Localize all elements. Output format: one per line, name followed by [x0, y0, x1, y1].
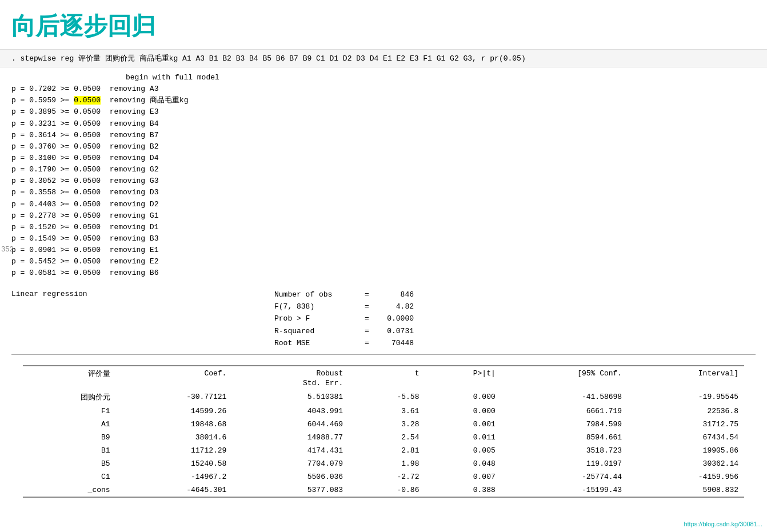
removing-line: p = 0.3895 >= 0.0500 removing E3 — [11, 106, 756, 118]
removing-line: p = 0.3231 >= 0.0500 removing B4 — [11, 118, 756, 130]
row-variable: B5 — [23, 457, 116, 470]
row-variable: 团购价元 — [23, 390, 116, 405]
stats-row: F(7, 838)=4.82 — [274, 301, 414, 313]
removing-line: p = 0.3614 >= 0.0500 removing B7 — [11, 130, 756, 141]
table-row: A119848.686044.4693.280.0017984.59931712… — [23, 418, 744, 431]
stats-value: 0.0731 — [379, 325, 414, 337]
table-row: 团购价元-30.771215.510381-5.580.000-41.58698… — [23, 390, 744, 405]
sidebar-number: 352 — [1, 246, 14, 254]
removing-line: p = 0.1790 >= 0.0500 removing G2 — [11, 164, 756, 175]
table-row: _cons-4645.3015377.083-0.860.388-15199.4… — [23, 483, 744, 497]
stats-value: 70448 — [379, 337, 414, 349]
stats-value: 4.82 — [379, 301, 414, 313]
stats-row: Root MSE=70448 — [274, 337, 414, 349]
removing-line: p = 0.1520 >= 0.0500 removing D1 — [11, 222, 756, 233]
stats-label: Prob > F — [274, 313, 354, 325]
stats-label: Root MSE — [274, 337, 354, 349]
stats-value: 0.0000 — [379, 313, 414, 325]
table-row: B111712.294174.4312.810.0053518.72319905… — [23, 444, 744, 457]
removing-line: p = 0.3100 >= 0.0500 removing D4 — [11, 153, 756, 164]
stats-label: Number of obs — [274, 289, 354, 301]
row-variable: C1 — [23, 470, 116, 483]
model-type: Linear regression — [11, 289, 194, 300]
table-row: F114599.264043.9913.610.0006661.71922536… — [23, 405, 744, 418]
removing-line: p = 0.7202 >= 0.0500 removing A3 — [11, 83, 756, 95]
stats-row: Prob > F=0.0000 — [274, 313, 414, 325]
table-row: B515240.587704.0791.980.048119.019730362… — [23, 457, 744, 470]
removing-line: p = 0.5959 >= 0.0500 removing 商品毛重kg — [11, 95, 756, 106]
removing-line: p = 0.3760 >= 0.0500 removing B2 — [11, 141, 756, 153]
row-variable: B1 — [23, 444, 116, 457]
removing-line: p = 0.0901 >= 0.0500 removing E1 — [11, 245, 756, 256]
stats-value: 846 — [379, 289, 414, 301]
removing-line: p = 0.1549 >= 0.0500 removing B3 — [11, 233, 756, 245]
url-watermark: https://blog.csdn.kg/30081... — [684, 521, 762, 527]
removing-line: p = 0.2778 >= 0.0500 removing G1 — [11, 210, 756, 222]
removing-line: p = 0.5452 >= 0.0500 removing E2 — [11, 256, 756, 267]
begin-line: begin with full model — [11, 72, 756, 83]
stats-label: R-squared — [274, 325, 354, 337]
row-variable: _cons — [23, 483, 116, 497]
page-title: 向后逐步回归 — [0, 0, 767, 49]
removing-line: p = 0.3052 >= 0.0500 removing G3 — [11, 175, 756, 187]
row-variable: A1 — [23, 418, 116, 431]
stats-row: Number of obs=846 — [274, 289, 414, 301]
removing-line: p = 0.4403 >= 0.0500 removing D2 — [11, 199, 756, 210]
table-row: C1-14967.25506.036-2.720.007-25774.44-41… — [23, 470, 744, 483]
dep-var-header: 评价量 — [23, 366, 116, 379]
regression-table: 评价量Coef.RobusttP>|t|[95% Conf.Interval]S… — [23, 365, 744, 498]
stats-label: F(7, 838) — [274, 301, 354, 313]
removing-line: p = 0.0581 >= 0.0500 removing B6 — [11, 267, 756, 279]
table-row: B938014.614988.772.540.0118594.66167434.… — [23, 431, 744, 444]
stats-row: R-squared=0.0731 — [274, 325, 414, 337]
command-line: . stepwise reg 评价量 团购价元 商品毛重kg A1 A3 B1 … — [0, 49, 767, 67]
removing-line: p = 0.3558 >= 0.0500 removing D3 — [11, 187, 756, 198]
row-variable: B9 — [23, 431, 116, 444]
row-variable: F1 — [23, 405, 116, 418]
